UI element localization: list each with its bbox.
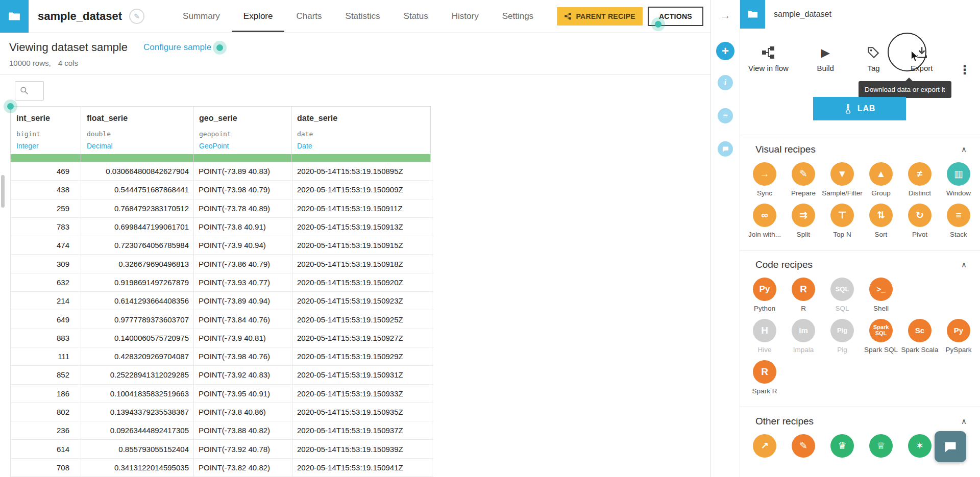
recipe-item[interactable]: ✎ Prepare — [784, 162, 823, 197]
recipe-item[interactable]: Spark SQL Spark SQL — [862, 319, 900, 354]
cell-date[interactable]: 2020-05-14T15:53:19.150927Z — [292, 329, 432, 347]
table-row[interactable]: 214 0.6141293664408356 POINT(-73.89 40.9… — [10, 292, 433, 310]
column-header[interactable]: geo_serie geopoint GeoPoint — [193, 106, 291, 162]
tab[interactable]: Settings — [491, 0, 545, 32]
recipe-item[interactable]: ♕ — [862, 434, 900, 461]
cell-date[interactable]: 2020-05-14T15:53:19.150933Z — [292, 385, 432, 403]
cell-float[interactable]: 0.25228941312029285 — [81, 366, 194, 384]
recipe-item[interactable]: Pig Pig — [823, 319, 862, 354]
recipe-item[interactable]: R R — [784, 278, 823, 312]
cell-int[interactable]: 708 — [10, 459, 81, 476]
cell-date[interactable]: 2020-05-14T15:53:19.150937Z — [292, 421, 432, 439]
table-row[interactable]: 309 0.326679690496813 POINT(-73.86 40.79… — [10, 255, 433, 273]
table-row[interactable]: 111 0.4283209269704087 POINT(-73.98 40.7… — [10, 347, 433, 366]
recipe-item[interactable]: ≡ Stack — [939, 204, 978, 238]
cell-float[interactable]: 0.7684792383170512 — [81, 199, 194, 217]
cell-date[interactable]: 2020-05-14T15:53:19.150931Z — [292, 366, 432, 384]
cell-geo[interactable]: POINT(-73.82 40.82) — [194, 459, 292, 476]
cell-float[interactable]: 0.326679690496813 — [81, 255, 194, 272]
add-panel-button[interactable]: + — [716, 42, 734, 60]
recipe-item[interactable]: Im Impala — [784, 319, 823, 354]
recipe-item[interactable]: ⇅ Sort — [862, 204, 900, 238]
tab[interactable]: Statistics — [334, 0, 392, 32]
discussions-panel-button[interactable] — [718, 141, 733, 157]
recipe-item[interactable]: ✶ — [900, 434, 939, 461]
more-options-button[interactable]: ⋮ — [959, 46, 971, 77]
cell-date[interactable]: 2020-05-14T15:53:19.150929Z — [292, 347, 432, 365]
cell-int[interactable]: 259 — [10, 199, 81, 217]
cell-int[interactable]: 469 — [10, 162, 81, 180]
cell-int[interactable]: 438 — [10, 181, 81, 198]
cell-date[interactable]: 2020-05-14T15:53:19.150939Z — [292, 440, 432, 458]
cell-int[interactable]: 111 — [10, 347, 81, 365]
cell-date[interactable]: 2020-05-14T15:53:19.150909Z — [292, 181, 432, 198]
column-meaning-link[interactable]: GeoPoint — [193, 142, 291, 150]
cell-geo[interactable]: POINT(-73.98 40.79) — [194, 181, 292, 198]
left-scrollbar-handle[interactable] — [1, 175, 5, 208]
other-recipes-header[interactable]: Other recipes ∧ — [740, 407, 980, 434]
column-header[interactable]: float_serie double Decimal — [81, 106, 193, 162]
cell-int[interactable]: 852 — [10, 366, 81, 384]
table-row[interactable]: 632 0.9198691497267879 POINT(-73.93 40.7… — [10, 273, 433, 292]
cell-date[interactable]: 2020-05-14T15:53:19.150915Z — [292, 236, 432, 254]
table-row[interactable]: 469 0.030664800842627904 POINT(-73.89 40… — [10, 162, 433, 181]
cell-float[interactable]: 0.855793055152404 — [81, 440, 194, 458]
cell-float[interactable]: 0.3413122014595035 — [81, 459, 194, 476]
build-button[interactable]: ▶ Build — [814, 46, 837, 77]
table-row[interactable]: 802 0.13943379235538367 POINT(-73.8 40.8… — [10, 403, 433, 421]
tab[interactable]: Summary — [171, 0, 232, 32]
cell-date[interactable]: 2020-05-14T15:53:19.150935Z — [292, 403, 432, 421]
cell-int[interactable]: 236 — [10, 421, 81, 439]
cell-geo[interactable]: POINT(-73.9 40.81) — [194, 329, 292, 347]
activity-panel-button[interactable]: ≡ — [718, 108, 733, 123]
cell-float[interactable]: 0.9198691497267879 — [81, 273, 194, 291]
code-recipes-header[interactable]: Code recipes ∧ — [740, 250, 980, 278]
cell-int[interactable]: 214 — [10, 292, 81, 310]
cell-geo[interactable]: POINT(-73.78 40.89) — [194, 199, 292, 217]
column-meaning-link[interactable]: Date — [291, 142, 430, 150]
cell-int[interactable]: 883 — [10, 329, 81, 347]
search-input[interactable] — [15, 81, 44, 101]
cell-date[interactable]: 2020-05-14T15:53:19.150918Z — [292, 255, 432, 272]
cell-date[interactable]: 2020-05-14T15:53:19.150923Z — [292, 292, 432, 310]
recipe-item[interactable]: R Spark R — [745, 360, 784, 395]
column-header[interactable]: int_serie bigint Integer — [10, 106, 81, 162]
cell-geo[interactable]: POINT(-73.84 40.76) — [194, 310, 292, 328]
cell-date[interactable]: 2020-05-14T15:53:19.150895Z — [292, 162, 432, 180]
cell-geo[interactable]: POINT(-73.89 40.94) — [194, 292, 292, 310]
cell-geo[interactable]: POINT(-73.98 40.76) — [194, 347, 292, 365]
cell-date[interactable]: 2020-05-14T15:53:19.150920Z — [292, 273, 432, 291]
cell-int[interactable]: 632 — [10, 273, 81, 291]
recipe-item[interactable]: ⇉ Split — [784, 204, 823, 238]
cell-float[interactable]: 0.13943379235538367 — [81, 403, 194, 421]
recipe-item[interactable]: ▲ Group — [862, 162, 900, 197]
cell-geo[interactable]: POINT(-73.93 40.77) — [194, 273, 292, 291]
cell-int[interactable]: 186 — [10, 385, 81, 403]
cell-float[interactable]: 0.1400060575720975 — [81, 329, 194, 347]
table-row[interactable]: 708 0.3413122014595035 POINT(-73.82 40.8… — [10, 459, 433, 477]
tab[interactable]: History — [440, 0, 491, 32]
cell-geo[interactable]: POINT(-73.86 40.79) — [194, 255, 292, 272]
recipe-item[interactable]: SQL SQL — [823, 278, 862, 312]
recipe-item[interactable]: ↗ — [745, 434, 784, 461]
column-meaning-link[interactable]: Decimal — [81, 142, 193, 150]
cell-float[interactable]: 0.09263444892417305 — [81, 421, 194, 439]
cell-geo[interactable]: POINT(-73.8 40.86) — [194, 403, 292, 421]
tag-button[interactable]: Tag — [862, 46, 885, 77]
cell-date[interactable]: 2020-05-14T15:53:19.150913Z — [292, 218, 432, 236]
recipe-item[interactable]: Py PySpark — [939, 319, 978, 354]
cell-int[interactable]: 309 — [10, 255, 81, 272]
tab[interactable]: Explore — [232, 0, 285, 32]
parent-recipe-button[interactable]: PARENT RECIPE — [557, 7, 642, 26]
recipe-item[interactable]: ♛ — [823, 434, 862, 461]
tab[interactable]: Charts — [284, 0, 333, 32]
column-header[interactable]: date_serie date Date — [291, 106, 431, 162]
tab[interactable]: Status — [392, 0, 440, 32]
export-button[interactable]: Export — [911, 46, 933, 77]
table-row[interactable]: 186 0.10041835832519663 POINT(-73.95 40.… — [10, 385, 433, 403]
cell-int[interactable]: 802 — [10, 403, 81, 421]
lab-button[interactable]: LAB — [813, 97, 906, 120]
cell-date[interactable]: 2020-05-14T15:53:19.150925Z — [292, 310, 432, 328]
table-row[interactable]: 614 0.855793055152404 POINT(-73.92 40.78… — [10, 440, 433, 458]
table-row[interactable]: 474 0.7230764056785984 POINT(-73.9 40.94… — [10, 236, 433, 255]
